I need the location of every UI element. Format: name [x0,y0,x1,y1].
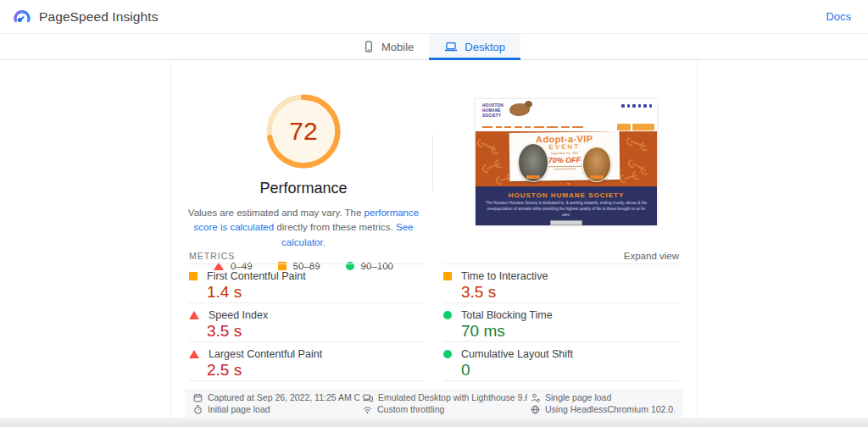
metrics-column-left: First Contentful Paint 1.4 s Speed Index… [189,263,425,381]
preview-site-header: HOUSTON HUMANE SOCIETY [476,99,657,123]
preview-mission-button [550,220,582,225]
app-logo: PageSpeed Insights [12,7,159,27]
score-disclaimer: Values are estimated and may vary. The p… [178,206,429,250]
metric-value: 1.4 s [207,284,425,302]
metric-value: 3.5 s [207,323,425,341]
vertical-divider [432,135,433,191]
meta-emulated-device: Emulated Desktop with Lighthouse 9.6.6 [363,392,527,402]
run-metadata-bar: Captured at Sep 26, 2022, 11:25 AM CDT I… [185,389,683,418]
metric-name: First Contentful Paint [207,270,306,282]
preview-cat-photo [518,143,548,182]
meta-captured-at: Captured at Sep 26, 2022, 11:25 AM CDT [193,392,359,402]
metric-value: 70 ms [461,323,679,341]
performance-gauge[interactable]: 72 [266,94,341,169]
docs-link[interactable]: Docs [826,10,851,23]
expand-view-button[interactable]: Expand view [624,251,679,261]
tab-desktop[interactable]: Desktop [429,34,520,59]
metric-rating-icon [443,272,452,280]
meta-initial-page-load: Initial page load [193,404,359,414]
metric-time-to-interactive: Time to Interactive 3.5 s [443,264,679,303]
network-throttling-icon [363,405,372,414]
metric-rating-icon [189,350,199,358]
meta-custom-throttling: Custom throttling [363,404,527,414]
pagespeed-logo-icon [12,7,32,27]
browser-globe-icon [531,405,540,414]
report-card: 72 Performance Values are estimated and … [172,60,696,427]
metric-total-blocking-time: Total Blocking Time 70 ms [443,303,679,342]
metrics-column-right: Time to Interactive 3.5 s Total Blocking… [443,263,679,381]
score-section: 72 Performance Values are estimated and … [174,94,433,271]
metric-speed-index: Speed Index 3.5 s [189,303,425,342]
preview-carousel-dots [559,183,573,186]
app-header: PageSpeed Insights Docs [0,0,868,34]
preview-fine-print [546,165,583,167]
metric-rating-icon [443,350,452,358]
metric-value: 3.5 s [461,284,679,302]
metric-rating-icon [443,311,452,319]
tab-mobile[interactable]: Mobile [348,34,429,59]
device-tabbar: Mobile Desktop [0,34,868,60]
metric-rating-icon [189,272,198,280]
tab-mobile-label: Mobile [381,41,414,53]
metric-name: Speed Index [209,309,268,321]
preview-mission-title: HOUSTON HUMANE SOCIETY [476,191,657,199]
metric-name: Cumulative Layout Shift [461,348,573,360]
metric-name: Total Blocking Time [461,309,553,321]
preview-nav-buttons [617,124,654,130]
metrics-section-label: METRICS [189,251,235,261]
desktop-laptop-icon [444,41,458,53]
mobile-phone-icon [363,41,375,53]
preview-mission-section: HOUSTON HUMANE SOCIETY The Houston Human… [476,186,657,225]
meta-single-page-load: Single page load [531,392,675,402]
person-icon [531,393,540,402]
disclaimer-text-2: directly from these metrics. [274,222,396,232]
calendar-icon [193,393,203,402]
stopwatch-icon [193,405,203,414]
metric-name: Largest Contentful Paint [209,348,322,360]
preview-hero-banner: Adopt-a-VIP EVENT September 1st - 30th 7… [476,131,657,186]
metric-value: 2.5 s [207,362,425,380]
preview-fine-print-2 [554,168,576,169]
metric-value: 0 [461,362,679,380]
page-title: PageSpeed Insights [39,9,159,25]
metric-first-contentful-paint: First Contentful Paint 1.4 s [189,264,425,303]
preview-mission-text: The Houston Humane Society is dedicated … [485,201,648,219]
metrics-section: METRICS Expand view First Contentful Pai… [189,248,679,381]
metric-cumulative-layout-shift: Cumulative Layout Shift 0 [443,342,679,381]
performance-score-value: 72 [266,94,341,169]
meta-chromium-version: Using HeadlessChromium 102.0.5005.115 wi… [531,404,675,414]
tab-desktop-label: Desktop [465,41,505,53]
preview-social-icons [621,104,652,108]
disclaimer-text-1: Values are estimated and may vary. The [188,208,364,218]
next-section-edge [0,418,868,427]
metric-largest-contentful-paint: Largest Contentful Paint 2.5 s [189,342,425,381]
devices-icon [363,393,373,402]
preview-dog-photo [582,147,611,182]
metric-name: Time to Interactive [461,270,548,282]
preview-logo-dog-image [509,103,530,116]
preview-site-logo: HOUSTON HUMANE SOCIETY [482,103,504,119]
metric-rating-icon [189,311,199,319]
preview-site-nav [476,123,657,131]
site-screenshot-preview: HOUSTON HUMANE SOCIETY [476,99,657,225]
performance-label: Performance [174,180,433,197]
